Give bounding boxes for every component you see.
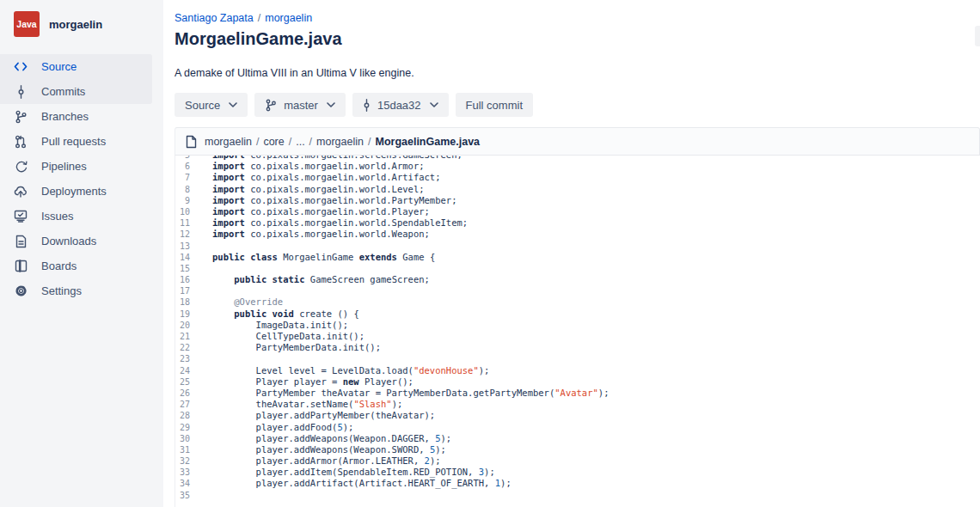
- branch-icon: [14, 110, 28, 124]
- sidebar-item-issues[interactable]: Issues: [0, 204, 163, 229]
- line-number[interactable]: 35: [175, 490, 190, 501]
- line-number[interactable]: 13: [175, 241, 190, 252]
- line-number[interactable]: 24: [175, 365, 190, 376]
- sidebar-item-commits[interactable]: Commits: [0, 79, 152, 104]
- sidebar-item-settings[interactable]: Settings: [0, 278, 163, 303]
- code-text: player.addArmor(Armor.LEATHER, 2);: [190, 455, 441, 467]
- sidebar-item-pipelines[interactable]: Pipelines: [0, 154, 163, 179]
- source-dropdown[interactable]: Source: [175, 93, 248, 117]
- line-number[interactable]: 27: [175, 399, 190, 410]
- code-line: 6import co.pixals.morgaelin.world.Armor;: [175, 161, 980, 172]
- sidebar-item-label: Boards: [41, 260, 77, 272]
- code-line: 31 player.addWeapons(Weapon.SWORD, 5);: [175, 444, 980, 455]
- path-segment-package[interactable]: morgaelin: [316, 136, 364, 148]
- repo-name[interactable]: morgaelin: [49, 18, 102, 31]
- code-line: 9import co.pixals.morgaelin.world.PartyM…: [175, 195, 980, 206]
- line-number[interactable]: 28: [175, 410, 190, 421]
- code-line: 8import co.pixals.morgaelin.world.Level;: [175, 184, 980, 195]
- path-segment-core[interactable]: core: [263, 136, 284, 148]
- path-segment-ellipsis[interactable]: ...: [296, 136, 304, 148]
- path-segment-repo[interactable]: morgaelin: [205, 136, 252, 148]
- code-line: 18 @Override: [175, 296, 980, 308]
- sidebar-item-label: Issues: [41, 210, 74, 223]
- commit-icon: [14, 85, 28, 99]
- sidebar-item-label: Commits: [41, 85, 85, 98]
- breadcrumb-owner-link[interactable]: Santiago Zapata: [175, 12, 254, 24]
- file-card: morgaelin/core/.../morgaelin/MorgaelinGa…: [175, 127, 980, 507]
- code-line: 11import co.pixals.morgaelin.world.Spend…: [175, 217, 980, 229]
- commit-dropdown[interactable]: 15daa32: [352, 93, 449, 117]
- line-number[interactable]: 10: [175, 206, 190, 217]
- sidebar-item-downloads[interactable]: Downloads: [0, 229, 163, 254]
- breadcrumb-separator: /: [258, 12, 260, 24]
- code-text: [190, 263, 212, 274]
- line-number[interactable]: 30: [175, 433, 190, 444]
- sidebar-item-label: Source: [41, 60, 77, 73]
- repo-avatar[interactable]: Java: [14, 11, 40, 37]
- code-text: player.addArtifact(Artifact.HEART_OF_EAR…: [190, 478, 511, 489]
- code-text: [190, 490, 212, 501]
- issues-icon: [14, 210, 28, 223]
- sidebar-item-boards[interactable]: Boards: [0, 254, 163, 278]
- branch-dropdown[interactable]: master: [254, 93, 346, 117]
- code-text: import co.pixals.morgaelin.world.Armor;: [190, 161, 425, 172]
- code-line: 15: [175, 263, 980, 274]
- line-number[interactable]: 22: [175, 342, 190, 353]
- code-text: import co.pixals.morgaelin.world.Spendab…: [190, 217, 468, 229]
- scrollbar-thumb[interactable]: [975, 26, 980, 46]
- line-number[interactable]: 29: [175, 422, 190, 433]
- line-number[interactable]: 15: [175, 263, 190, 274]
- line-number[interactable]: 12: [175, 229, 190, 240]
- full-commit-button[interactable]: Full commit: [456, 93, 533, 117]
- file-name: MorgaelinGame.java: [375, 136, 480, 148]
- code-line: 29 player.addFood(5);: [175, 422, 980, 433]
- code-text: player.addWeapons(Weapon.SWORD, 5);: [190, 444, 446, 455]
- line-number[interactable]: 34: [175, 478, 190, 489]
- repo-header: Java morgaelin: [0, 0, 163, 46]
- line-number[interactable]: 14: [175, 252, 190, 263]
- line-number[interactable]: 31: [175, 444, 190, 455]
- line-number[interactable]: 7: [175, 172, 190, 183]
- line-number[interactable]: 26: [175, 388, 190, 399]
- code-line: 33 player.addItem(SpendableItem.RED_POTI…: [175, 467, 980, 478]
- code-line: 32 player.addArmor(Armor.LEATHER, 2);: [175, 455, 980, 467]
- line-number[interactable]: 19: [175, 308, 190, 320]
- sidebar-item-source[interactable]: Source: [0, 54, 152, 79]
- code-viewer[interactable]: 5import co.pixals.morgaelin.screens.Game…: [175, 156, 980, 507]
- line-number[interactable]: 25: [175, 376, 190, 388]
- pull-request-icon: [14, 135, 28, 149]
- line-number[interactable]: 18: [175, 296, 190, 308]
- code-text: Level level = LevelData.load("devonHouse…: [190, 365, 489, 376]
- code-line: 7import co.pixals.morgaelin.world.Artifa…: [175, 172, 980, 183]
- line-number[interactable]: 32: [175, 455, 190, 467]
- line-number[interactable]: 16: [175, 274, 190, 285]
- line-number[interactable]: 9: [175, 195, 190, 206]
- code-text: CellTypeData.init();: [190, 331, 364, 342]
- pipelines-icon: [14, 160, 28, 174]
- code-text: theAvatar.setName("Slash");: [190, 399, 402, 410]
- sidebar-item-branches[interactable]: Branches: [0, 104, 163, 129]
- code-line: 20 ImageData.init();: [175, 320, 980, 331]
- line-number[interactable]: 11: [175, 217, 190, 229]
- breadcrumb: Santiago Zapata/morgaelin: [175, 12, 980, 24]
- line-number[interactable]: 23: [175, 353, 190, 364]
- file-icon: [186, 135, 197, 149]
- code-line: 26 PartyMember theAvatar = PartyMemberDa…: [175, 388, 980, 399]
- line-number[interactable]: 21: [175, 331, 190, 342]
- main-content: Santiago Zapata/morgaelin MorgaelinGame.…: [163, 0, 980, 507]
- line-number[interactable]: 17: [175, 285, 190, 296]
- line-number[interactable]: 33: [175, 467, 190, 478]
- code-text: PartyMemberData.init();: [190, 342, 381, 353]
- sidebar-item-pull-requests[interactable]: Pull requests: [0, 129, 163, 154]
- line-number[interactable]: 8: [175, 184, 190, 195]
- code-line: 22 PartyMemberData.init();: [175, 342, 980, 353]
- line-number[interactable]: 6: [175, 161, 190, 172]
- sidebar-item-label: Downloads: [41, 235, 96, 247]
- code-text: [190, 241, 212, 252]
- sidebar-item-label: Settings: [41, 284, 82, 297]
- sidebar-item-deployments[interactable]: Deployments: [0, 179, 163, 204]
- line-number[interactable]: 20: [175, 320, 190, 331]
- breadcrumb-repo-link[interactable]: morgaelin: [265, 12, 312, 24]
- code-line: 17: [175, 285, 980, 296]
- code-text: [190, 353, 212, 364]
